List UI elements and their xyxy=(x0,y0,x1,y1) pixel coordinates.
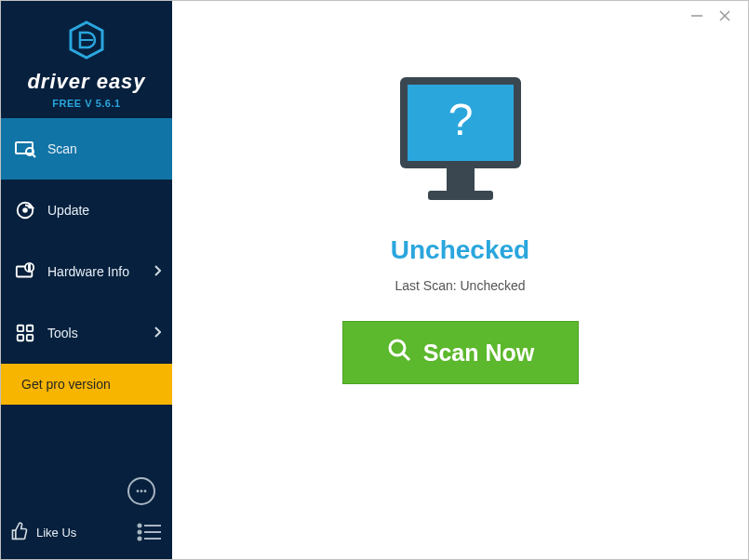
like-us-label: Like Us xyxy=(36,526,76,540)
svg-text:i: i xyxy=(29,263,31,272)
sidebar-item-label: Tools xyxy=(47,326,78,340)
sidebar-item-scan[interactable]: Scan xyxy=(1,118,172,180)
scan-now-button[interactable]: Scan Now xyxy=(342,321,579,384)
app-window: driver easy FREE V 5.6.1 Scan xyxy=(0,0,749,560)
svg-marker-9 xyxy=(30,205,33,208)
sidebar-item-tools[interactable]: Tools xyxy=(1,302,172,364)
update-icon xyxy=(14,199,36,221)
sidebar-item-label: Scan xyxy=(47,141,77,156)
sidebar-item-label: Hardware Info xyxy=(47,264,129,279)
svg-rect-14 xyxy=(18,326,23,331)
svg-point-18 xyxy=(137,490,140,493)
svg-point-10 xyxy=(23,208,27,212)
brand-block: driver easy FREE V 5.6.1 xyxy=(1,1,172,118)
feedback-icon[interactable] xyxy=(127,477,155,505)
like-us-button[interactable]: Like Us xyxy=(10,522,76,543)
chevron-right-icon xyxy=(154,326,161,340)
status-subtitle: Last Scan: Unchecked xyxy=(395,278,525,293)
sidebar: driver easy FREE V 5.6.1 Scan xyxy=(1,1,172,559)
svg-rect-15 xyxy=(27,326,33,331)
search-icon xyxy=(386,337,412,368)
sidebar-item-hardware-info[interactable]: i Hardware Info xyxy=(1,241,172,302)
menu-icon[interactable] xyxy=(135,518,163,546)
hardware-info-icon: i xyxy=(14,260,36,283)
svg-rect-29 xyxy=(447,168,475,191)
monitor-illustration: ? xyxy=(381,68,540,230)
scan-now-label: Scan Now xyxy=(423,340,534,367)
svg-point-19 xyxy=(140,490,143,493)
svg-point-23 xyxy=(139,531,141,534)
main-panel: ? Unchecked Last Scan: Unchecked Scan No… xyxy=(172,1,748,559)
chevron-right-icon xyxy=(154,264,161,279)
svg-point-32 xyxy=(390,340,405,355)
sidebar-item-update[interactable]: Update xyxy=(1,180,172,241)
nav-list: Scan Update xyxy=(1,118,172,364)
svg-rect-30 xyxy=(428,191,493,200)
logo-icon xyxy=(66,20,107,64)
get-pro-label: Get pro version xyxy=(21,377,111,392)
svg-point-21 xyxy=(139,525,141,527)
thumbs-up-icon xyxy=(10,522,29,543)
brand-version: FREE V 5.6.1 xyxy=(16,98,157,109)
svg-rect-17 xyxy=(27,335,33,340)
svg-line-33 xyxy=(403,353,409,360)
sidebar-item-label: Update xyxy=(47,203,89,218)
svg-rect-16 xyxy=(18,335,23,340)
brand-name: driver easy xyxy=(16,70,157,94)
scan-icon xyxy=(14,138,36,160)
tools-icon xyxy=(14,322,36,344)
svg-text:?: ? xyxy=(448,95,473,144)
get-pro-button[interactable]: Get pro version xyxy=(1,364,172,405)
svg-line-7 xyxy=(33,154,35,157)
sidebar-bottom: Like Us xyxy=(1,468,172,559)
svg-point-25 xyxy=(139,538,141,540)
svg-point-20 xyxy=(144,490,147,493)
status-title: Unchecked xyxy=(391,235,529,265)
